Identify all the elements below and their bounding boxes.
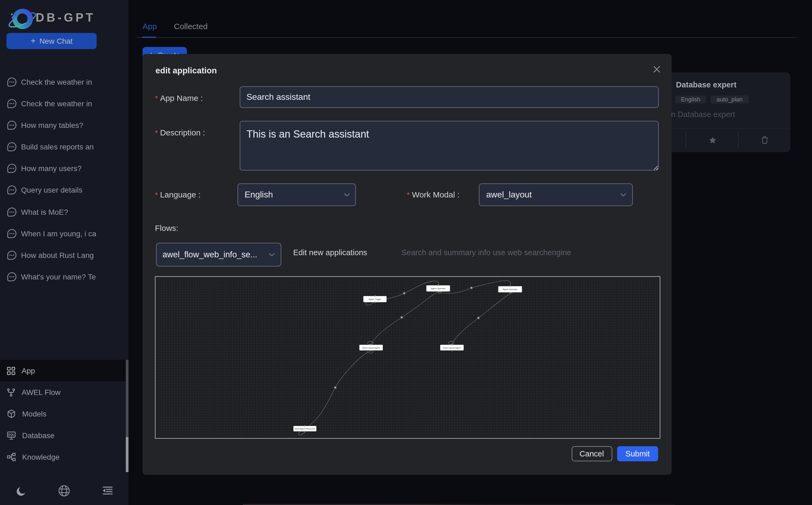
svg-text:Awel Agent Resource: Awel Agent Resource	[295, 428, 315, 430]
svg-text:Awel Layout Agent: Awel Layout Agent	[362, 347, 380, 349]
svg-text:Agent Operator: Agent Operator	[431, 287, 445, 290]
svg-text:Agent Operator: Agent Operator	[503, 288, 518, 291]
svg-text:Agent Trigger: Agent Trigger	[369, 298, 381, 301]
svg-text:SQL: SQL	[8, 433, 15, 436]
svg-text:Awel Layout Agent: Awel Layout Agent	[443, 347, 461, 349]
